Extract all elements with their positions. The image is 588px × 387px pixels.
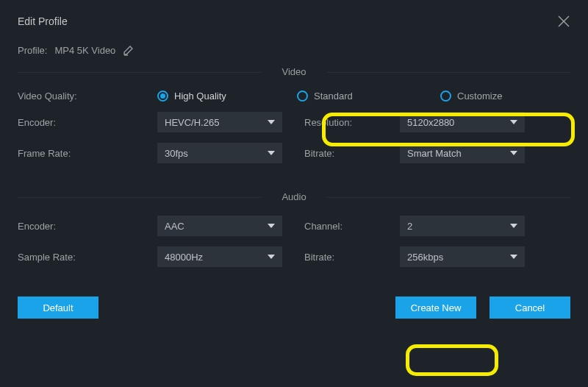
resolution-label: Resolution: xyxy=(304,117,400,128)
chevron-down-icon xyxy=(510,151,517,155)
video-encoder-label: Encoder: xyxy=(18,117,157,128)
edit-profile-button[interactable] xyxy=(123,44,135,56)
video-bitrate-label: Bitrate: xyxy=(304,148,400,159)
sample-rate-select[interactable]: 48000Hz xyxy=(157,246,282,267)
chevron-down-icon xyxy=(510,224,517,228)
video-bitrate-select[interactable]: Smart Match xyxy=(400,143,525,163)
select-value: HEVC/H.265 xyxy=(165,117,219,128)
resolution-select[interactable]: 5120x2880 xyxy=(400,112,525,132)
select-value: 30fps xyxy=(165,148,188,159)
select-value: 2 xyxy=(407,221,412,232)
close-button[interactable] xyxy=(557,15,570,28)
cancel-button[interactable]: Cancel xyxy=(490,297,570,319)
chevron-down-icon xyxy=(510,255,517,259)
sample-rate-label: Sample Rate: xyxy=(18,252,157,263)
chevron-down-icon xyxy=(268,255,275,259)
audio-grid: Encoder: AAC Channel: 2 Sample Rate: 480… xyxy=(18,216,570,267)
title-bar: Edit Profile xyxy=(18,15,570,28)
highlight-create-new xyxy=(406,344,498,376)
radio-standard[interactable]: Standard xyxy=(297,90,440,102)
audio-bitrate-label: Bitrate: xyxy=(304,252,400,263)
select-value: 48000Hz xyxy=(165,252,203,263)
select-value: 256kbps xyxy=(407,252,443,263)
radio-label: High Quality xyxy=(174,90,226,102)
right-button-group: Create New Cancel xyxy=(395,297,570,319)
frame-rate-select[interactable]: 30fps xyxy=(157,143,282,163)
video-encoder-select[interactable]: HEVC/H.265 xyxy=(157,112,282,132)
select-value: 5120x2880 xyxy=(407,117,454,128)
profile-label: Profile: xyxy=(18,45,47,56)
close-icon xyxy=(557,15,570,28)
radio-customize[interactable]: Customize xyxy=(440,90,502,102)
profile-row: Profile: MP4 5K Video xyxy=(18,44,570,56)
window-title: Edit Profile xyxy=(18,15,68,27)
profile-value: MP4 5K Video xyxy=(54,45,115,56)
create-new-button[interactable]: Create New xyxy=(395,297,476,319)
audio-encoder-select[interactable]: AAC xyxy=(157,216,282,236)
default-button[interactable]: Default xyxy=(18,297,98,319)
chevron-down-icon xyxy=(268,224,275,228)
audio-bitrate-select[interactable]: 256kbps xyxy=(400,246,525,267)
radio-high-quality[interactable]: High Quality xyxy=(157,90,297,102)
radio-label: Standard xyxy=(314,90,353,102)
video-section-header: Video xyxy=(18,66,570,77)
select-value: Smart Match xyxy=(407,148,462,159)
frame-rate-label: Frame Rate: xyxy=(18,148,157,159)
channel-label: Channel: xyxy=(304,221,400,232)
select-value: AAC xyxy=(165,221,184,232)
video-grid: Video Quality: High Quality Standard Cus… xyxy=(18,90,570,163)
audio-section-header: Audio xyxy=(18,191,570,202)
radio-dot-icon xyxy=(440,90,451,102)
footer: Default Create New Cancel xyxy=(18,297,570,319)
channel-select[interactable]: 2 xyxy=(400,216,525,236)
chevron-down-icon xyxy=(510,120,517,124)
audio-encoder-label: Encoder: xyxy=(18,221,157,232)
video-quality-radios: High Quality Standard Customize xyxy=(157,90,525,102)
chevron-down-icon xyxy=(268,120,275,124)
radio-dot-icon xyxy=(157,90,168,102)
video-quality-label: Video Quality: xyxy=(18,90,157,102)
radio-label: Customize xyxy=(457,90,502,102)
chevron-down-icon xyxy=(268,151,275,155)
pencil-icon xyxy=(123,44,135,56)
radio-dot-icon xyxy=(297,90,308,102)
